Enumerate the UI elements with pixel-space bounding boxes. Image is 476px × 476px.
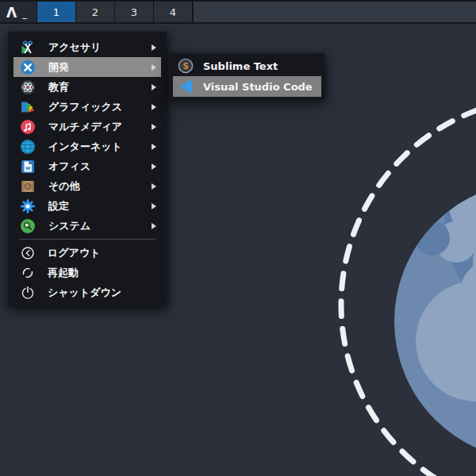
- scissors-accessories-icon: [20, 40, 36, 56]
- workspace-button-2[interactable]: 2: [76, 2, 114, 22]
- submenu-arrow-icon: [152, 44, 156, 51]
- menu-item-label: 教育: [48, 80, 69, 94]
- submenu-arrow-icon: [152, 163, 156, 170]
- launcher-button[interactable]: Λ _: [0, 2, 36, 22]
- menu-item-development[interactable]: 開発: [13, 57, 161, 77]
- launcher-logo-icon: Λ: [6, 3, 17, 22]
- workspace-label: 3: [131, 6, 137, 18]
- logout-icon: [21, 246, 35, 260]
- menu-item-label: インターネット: [48, 140, 122, 154]
- submenu-arrow-icon: [152, 203, 156, 209]
- menu-item-other[interactable]: その他: [13, 176, 161, 196]
- submenu-item-sublime-text[interactable]: S Sublime Text: [173, 56, 321, 76]
- submenu-arrow-icon: [152, 64, 156, 71]
- menu-item-shutdown[interactable]: シャットダウン: [13, 282, 161, 302]
- workspace-label: 1: [53, 6, 60, 18]
- menu-item-settings[interactable]: 設定: [13, 196, 161, 216]
- menu-item-multimedia[interactable]: マルチメディア: [13, 117, 161, 136]
- menu-item-label: 設定: [48, 199, 69, 213]
- submenu-arrow-icon: [152, 104, 156, 110]
- application-menu: アクセサリ 開発 教育: [8, 32, 167, 306]
- taskbar: Λ _ 1 2 3 4: [0, 0, 476, 24]
- menu-item-label: シャットダウン: [48, 286, 121, 300]
- workspace-label: 2: [92, 6, 98, 18]
- gear-settings-icon: [20, 198, 36, 214]
- menu-item-label: システム: [48, 219, 90, 233]
- submenu-arrow-icon: [152, 84, 156, 90]
- vscode-icon: [178, 79, 194, 94]
- shutdown-icon: [21, 286, 35, 300]
- menu-item-label: 再起動: [48, 266, 79, 280]
- svg-text:S: S: [182, 62, 188, 71]
- menu-item-label: 開発: [48, 60, 69, 75]
- menu-separator: [19, 239, 155, 240]
- menu-item-label: ログアウト: [48, 246, 101, 260]
- menu-item-logout[interactable]: ログアウト: [13, 243, 161, 263]
- music-note-multimedia-icon: [20, 119, 36, 135]
- workspace-button-4[interactable]: 4: [154, 2, 192, 22]
- workspace-button-1[interactable]: 1: [37, 2, 75, 22]
- color-fan-graphics-icon: [20, 99, 36, 115]
- menu-item-label: オフィス: [48, 159, 90, 174]
- submenu-arrow-icon: [152, 144, 156, 150]
- svg-text:w: w: [25, 165, 31, 171]
- crossed-tools-development-icon: [20, 60, 36, 75]
- menu-item-label: グラフィックス: [48, 100, 122, 114]
- menu-item-internet[interactable]: インターネット: [13, 136, 161, 156]
- menu-item-label: アクセサリ: [48, 40, 102, 55]
- menu-item-label: その他: [48, 179, 80, 194]
- submenu-item-label: Sublime Text: [203, 60, 278, 72]
- menu-item-office[interactable]: w オフィス: [13, 156, 161, 176]
- menu-item-restart[interactable]: 再起動: [13, 263, 161, 282]
- submenu-arrow-icon: [152, 183, 156, 190]
- restart-icon: [21, 266, 35, 280]
- submenu-item-label: Visual Studio Code: [203, 81, 313, 93]
- menu-item-system[interactable]: システム: [13, 216, 161, 236]
- minimized-window-indicator[interactable]: _: [22, 6, 27, 22]
- submenu-item-visual-studio-code[interactable]: Visual Studio Code: [173, 76, 321, 97]
- taskbar-empty-area: [194, 2, 476, 22]
- submenu-arrow-icon: [152, 124, 156, 130]
- workspace-label: 4: [170, 6, 176, 18]
- workspace-button-3[interactable]: 3: [115, 2, 153, 22]
- menu-item-education[interactable]: 教育: [13, 77, 161, 97]
- sublime-text-icon: S: [178, 58, 194, 74]
- atom-education-icon: [20, 79, 36, 95]
- development-submenu: S Sublime Text Visual Studio Code: [169, 53, 324, 99]
- document-office-icon: w: [20, 159, 36, 175]
- menu-item-label: マルチメディア: [48, 120, 122, 134]
- submenu-arrow-icon: [152, 223, 156, 229]
- magnifier-system-icon: [20, 218, 36, 234]
- menu-item-graphics[interactable]: グラフィックス: [13, 97, 161, 117]
- package-other-icon: [20, 178, 36, 194]
- menu-item-accessories[interactable]: アクセサリ: [13, 37, 161, 57]
- globe-internet-icon: [20, 139, 36, 155]
